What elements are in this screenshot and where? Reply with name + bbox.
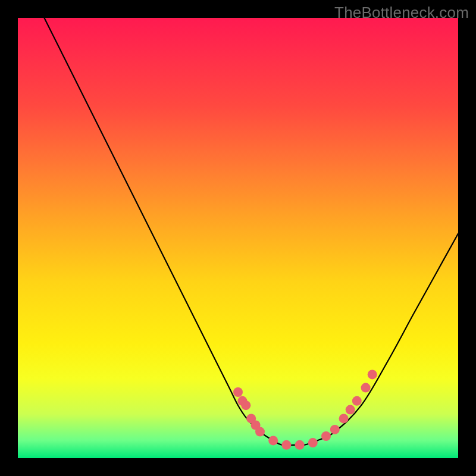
data-marker — [255, 427, 265, 437]
data-marker — [268, 436, 278, 445]
data-marker — [368, 369, 377, 379]
data-marker — [321, 431, 331, 441]
curve-layer — [44, 18, 458, 445]
data-marker — [361, 383, 371, 393]
data-marker — [241, 400, 250, 410]
data-marker — [352, 396, 362, 406]
data-marker — [330, 425, 340, 434]
chart-stage: TheBottleneck.com — [0, 0, 476, 476]
data-marker — [233, 387, 243, 397]
data-marker — [346, 405, 355, 415]
marker-layer — [233, 369, 377, 449]
chart-svg — [18, 18, 458, 458]
data-marker — [308, 438, 318, 447]
data-marker — [295, 440, 305, 450]
bottleneck-curve — [44, 18, 458, 445]
plot-area — [18, 18, 458, 458]
data-marker — [281, 440, 291, 450]
data-marker — [339, 414, 349, 423]
